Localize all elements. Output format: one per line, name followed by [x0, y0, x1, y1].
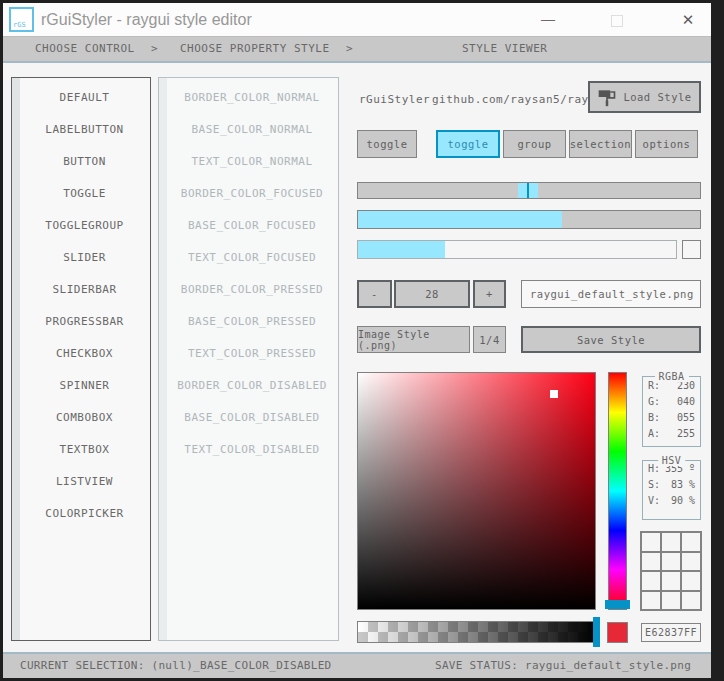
list-item-combobox[interactable]: COMBOBOX: [21, 411, 148, 425]
color-swatch-cell[interactable]: [642, 572, 660, 590]
list-item-base-color-disabled[interactable]: BASE_COLOR_DISABLED: [168, 411, 336, 425]
title-bar[interactable]: rGS rGuiStyler - raygui style editor — ✕: [3, 3, 711, 36]
hex-color-input[interactable]: E62837FF: [641, 623, 701, 642]
filename-input[interactable]: raygui_default_style.png: [521, 280, 701, 308]
hue-bar-handle[interactable]: [605, 600, 630, 609]
list-item-base-color-normal[interactable]: BASE_COLOR_NORMAL: [168, 123, 336, 137]
slider-handle-mark: [527, 183, 529, 198]
list-item-togglegroup[interactable]: TOGGLEGROUP: [21, 219, 148, 233]
spinner-value[interactable]: 28: [394, 280, 470, 308]
alpha-bar[interactable]: [357, 621, 596, 643]
current-color-swatch: [607, 622, 628, 643]
app-window: rGS rGuiStyler - raygui style editor — ✕…: [3, 3, 711, 678]
rgba-row-b: B: 055: [643, 410, 700, 425]
close-icon: ✕: [682, 11, 695, 28]
rgba-b-label: B:: [648, 410, 660, 425]
paint-roller-icon: [597, 87, 617, 107]
hsv-groupbox: HSV H: 355 º S: 83 % V: 90 %: [642, 460, 701, 520]
breadcrumb-choose-control: CHOOSE CONTROL: [35, 37, 135, 61]
viewer-repo-link: github.com/raysan5/raygui: [432, 88, 610, 112]
rgba-a-label: A:: [648, 426, 660, 441]
hsv-row-s: S: 83 %: [643, 477, 700, 493]
list-item-border-color-disabled[interactable]: BORDER_COLOR_DISABLED: [168, 379, 336, 393]
close-button[interactable]: ✕: [666, 3, 710, 36]
list-item-text-color-focused[interactable]: TEXT_COLOR_FOCUSED: [168, 251, 336, 265]
list-item-spinner[interactable]: SPINNER: [21, 379, 148, 393]
list-item-button[interactable]: BUTTON: [21, 155, 148, 169]
rgba-a-value: 255: [677, 426, 695, 441]
toggle-group-item-selection[interactable]: selection: [569, 130, 632, 158]
hsv-s-label: S:: [648, 477, 660, 493]
list-item-default[interactable]: DEFAULT: [21, 91, 148, 105]
list-item-progressbar[interactable]: PROGRESSBAR: [21, 315, 148, 329]
list-item-toggle[interactable]: TOGGLE: [21, 187, 148, 201]
progressbar-fill: [358, 241, 445, 258]
status-bar: CURRENT SELECTION: (null)_BASE_COLOR_DIS…: [3, 652, 711, 678]
list-item-textbox[interactable]: TEXTBOX: [21, 443, 148, 457]
toggle-group-item-group[interactable]: group: [503, 130, 566, 158]
slider-demo[interactable]: [357, 182, 701, 199]
list-item-labelbutton[interactable]: LABELBUTTON: [21, 123, 148, 137]
spinner-decrement-button[interactable]: -: [357, 280, 392, 308]
color-swatch-cell[interactable]: [662, 553, 680, 571]
rgba-row-a: A: 255: [643, 426, 700, 441]
color-swatch-cell[interactable]: [682, 572, 700, 590]
color-saturation-value-panel[interactable]: [357, 372, 596, 610]
color-swatch-cell[interactable]: [682, 533, 700, 551]
rgba-g-value: 040: [677, 394, 695, 409]
slider-handle[interactable]: [518, 183, 538, 198]
minimize-button[interactable]: —: [526, 3, 570, 36]
checkbox-demo[interactable]: [682, 240, 701, 259]
window-title: rGuiStyler - raygui style editor: [41, 3, 252, 36]
color-swatch-cell[interactable]: [662, 533, 680, 551]
list-item-text-color-disabled[interactable]: TEXT_COLOR_DISABLED: [168, 443, 336, 457]
toggle-group-item-toggle[interactable]: toggle: [436, 130, 500, 158]
toggle-button[interactable]: toggle: [357, 130, 417, 158]
toggle-group-item-options[interactable]: options: [635, 130, 698, 158]
color-swatch-cell[interactable]: [642, 592, 660, 610]
controls-list-scrollbar[interactable]: [12, 78, 20, 640]
list-item-checkbox[interactable]: CHECKBOX: [21, 347, 148, 361]
properties-list-scrollbar[interactable]: [159, 78, 167, 640]
color-swatch-cell[interactable]: [642, 533, 660, 551]
list-item-sliderbar[interactable]: SLIDERBAR: [21, 283, 148, 297]
save-style-button[interactable]: Save Style: [521, 326, 701, 353]
list-item-text-color-pressed[interactable]: TEXT_COLOR_PRESSED: [168, 347, 336, 361]
chevron-right-icon: >: [346, 37, 353, 61]
list-item-slider[interactable]: SLIDER: [21, 251, 148, 265]
sliderbar-demo[interactable]: [357, 210, 701, 229]
color-swatch-cell[interactable]: [662, 572, 680, 590]
hsv-title: HSV: [658, 455, 686, 466]
list-item-base-color-focused[interactable]: BASE_COLOR_FOCUSED: [168, 219, 336, 233]
rgba-groupbox: RGBA R: 230 G: 040 B: 055 A: 255: [642, 376, 701, 447]
color-swatch-cell[interactable]: [642, 553, 660, 571]
color-swatch-cell[interactable]: [682, 553, 700, 571]
hue-bar[interactable]: [608, 372, 627, 610]
list-item-border-color-normal[interactable]: BORDER_COLOR_NORMAL: [168, 91, 336, 105]
list-item-colorpicker[interactable]: COLORPICKER: [21, 507, 148, 521]
list-item-text-color-normal[interactable]: TEXT_COLOR_NORMAL: [168, 155, 336, 169]
sliderbar-fill: [358, 211, 562, 228]
rgba-title: RGBA: [654, 371, 688, 382]
maximize-button[interactable]: [595, 3, 639, 36]
list-item-border-color-pressed[interactable]: BORDER_COLOR_PRESSED: [168, 283, 336, 297]
chevron-right-icon: >: [151, 37, 158, 61]
app-icon-label: rGS: [13, 21, 26, 29]
hsv-s-value: 83 %: [671, 477, 695, 493]
load-style-button[interactable]: Load Style: [588, 81, 701, 113]
hsv-v-label: V:: [648, 493, 660, 509]
list-item-border-color-focused[interactable]: BORDER_COLOR_FOCUSED: [168, 187, 336, 201]
color-panel-cursor[interactable]: [550, 390, 558, 398]
ratio-button[interactable]: 1/4: [473, 326, 506, 353]
properties-listview[interactable]: BORDER_COLOR_NORMAL BASE_COLOR_NORMAL TE…: [158, 77, 339, 641]
list-item-base-color-pressed[interactable]: BASE_COLOR_PRESSED: [168, 315, 336, 329]
color-swatch-cell[interactable]: [682, 592, 700, 610]
color-swatch-cell[interactable]: [662, 592, 680, 610]
controls-listview[interactable]: DEFAULT LABELBUTTON BUTTON TOGGLE TOGGLE…: [11, 77, 151, 641]
spinner-increment-button[interactable]: +: [473, 280, 506, 308]
alpha-bar-handle[interactable]: [593, 617, 600, 647]
app-icon: rGS: [9, 7, 34, 32]
status-current-selection: CURRENT SELECTION: (null)_BASE_COLOR_DIS…: [20, 654, 332, 678]
list-item-listview[interactable]: LISTVIEW: [21, 475, 148, 489]
image-style-button[interactable]: Image Style (.png): [357, 326, 470, 353]
